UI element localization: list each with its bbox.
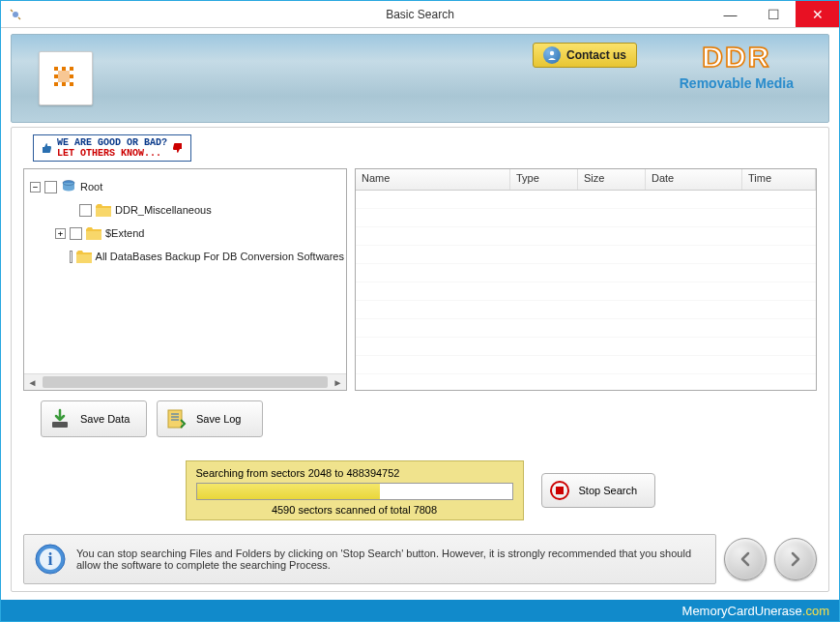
file-list-panel[interactable]: Name Type Size Date Time [355,168,817,391]
stop-icon [550,481,569,500]
promo-line1: WE ARE GOOD OR BAD? [57,137,167,148]
footer: MemoryCardUnerase.com [1,600,839,621]
window-controls: — ☐ ✕ [709,1,839,27]
progress-bar [196,483,513,500]
prev-button[interactable] [724,538,767,580]
save-data-button[interactable]: Save Data [41,400,147,437]
progress-section: Searching from sectors 2048 to 488394752… [12,460,828,520]
svg-rect-14 [52,422,68,428]
svg-rect-4 [70,67,73,71]
minimize-button[interactable]: — [709,1,752,27]
tree-item[interactable]: DDR_Miscellaneous [26,198,344,222]
tree-checkbox[interactable] [70,251,72,263]
svg-rect-9 [70,82,73,86]
promo-line2: LET OTHERS KNOW... [57,148,167,159]
action-buttons: Save Data Save Log [41,400,828,437]
list-header: Name Type Size Date Time [356,169,816,191]
stop-search-label: Stop Search [579,485,638,496]
info-box: i You can stop searching Files and Folde… [23,534,716,584]
svg-rect-10 [58,71,70,82]
column-header[interactable]: Size [578,169,646,190]
thumbs-down-icon [171,141,185,155]
svg-point-0 [13,12,18,17]
info-icon: i [34,543,67,576]
info-row: i You can stop searching Files and Folde… [23,534,817,584]
svg-rect-2 [54,67,58,71]
stop-search-button[interactable]: Stop Search [541,473,655,508]
window-title: Basic Search [386,8,454,21]
app-window: Basic Search — ☐ ✕ Contact us DDR Remova… [0,0,840,622]
save-log-button[interactable]: Save Log [157,400,263,437]
footer-site[interactable]: MemoryCardUnerase [682,604,802,618]
tree-scrollbar[interactable]: ◄ ► [24,373,346,390]
progress-title: Searching from sectors 2048 to 488394752 [196,467,513,479]
maximize-button[interactable]: ☐ [752,1,796,27]
drive-icon [61,179,76,194]
tree-checkbox[interactable] [44,181,57,193]
column-header[interactable]: Type [510,169,578,190]
column-header[interactable]: Time [742,169,816,190]
column-header[interactable]: Date [646,169,742,190]
scroll-thumb[interactable] [43,376,328,388]
footer-tld: .com [802,604,829,618]
scroll-right-button[interactable]: ► [330,374,346,391]
brand-subtitle: Removable Media [680,75,794,91]
svg-rect-15 [168,410,182,428]
next-button[interactable] [774,538,817,580]
app-icon [5,4,26,25]
tree-checkbox[interactable] [70,227,82,240]
svg-text:i: i [47,549,52,569]
collapse-icon[interactable]: − [30,182,41,193]
folder-icon [76,251,92,263]
thumbs-up-icon [40,141,53,155]
svg-point-11 [550,51,554,55]
brand-block: DDR Removable Media [680,41,794,91]
tree-item[interactable]: + $Extend [26,222,344,245]
brand-title: DDR [680,41,794,74]
info-text: You can stop searching Files and Folders… [76,548,706,571]
save-data-label: Save Data [80,413,130,425]
header-banner: Contact us DDR Removable Media [11,34,829,123]
column-header[interactable]: Name [356,169,510,190]
tree-item[interactable]: All DataBases Backup For DB Conversion S… [26,245,344,268]
tree-root-label: Root [80,181,102,193]
save-data-icon [49,408,71,429]
tree-item-label: DDR_Miscellaneous [115,204,212,216]
svg-rect-3 [62,67,66,71]
folder-icon [86,227,101,240]
svg-rect-7 [54,82,58,86]
list-body [356,191,816,390]
progress-subtitle: 4590 sectors scanned of total 7808 [196,504,513,516]
contact-avatar-icon [543,46,561,64]
tree-item-label: $Extend [105,227,144,239]
svg-rect-8 [62,82,66,86]
folder-tree-panel[interactable]: − Root DDR_Miscellaneous + [23,168,347,391]
app-badge [39,51,93,105]
save-log-label: Save Log [196,413,241,425]
contact-us-label: Contact us [566,48,626,62]
folder-icon [96,204,111,217]
main-canvas: WE ARE GOOD OR BAD? LET OTHERS KNOW... −… [11,127,829,592]
scroll-left-button[interactable]: ◄ [24,374,41,391]
promo-box[interactable]: WE ARE GOOD OR BAD? LET OTHERS KNOW... [33,134,191,162]
promo-bar: WE ARE GOOD OR BAD? LET OTHERS KNOW... [33,135,828,161]
svg-rect-6 [70,74,73,78]
save-log-icon [165,408,187,429]
expand-icon[interactable]: + [55,228,66,239]
svg-rect-5 [54,74,58,78]
tree-root-node[interactable]: − Root [26,175,344,198]
progress-bar-fill [197,484,380,499]
tree-checkbox[interactable] [79,204,92,217]
close-button[interactable]: ✕ [796,1,839,27]
titlebar: Basic Search — ☐ ✕ [1,1,839,28]
progress-box: Searching from sectors 2048 to 488394752… [186,460,524,520]
content-row: − Root DDR_Miscellaneous + [23,168,817,391]
contact-us-button[interactable]: Contact us [533,43,637,68]
tree-item-label: All DataBases Backup For DB Conversion S… [96,251,344,262]
